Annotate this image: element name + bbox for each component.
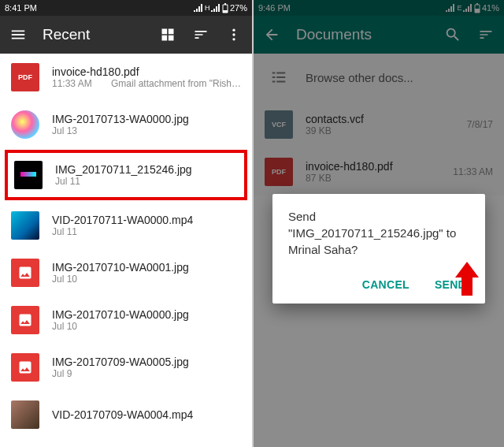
signal-icon <box>194 4 203 12</box>
status-bar: 8:41 PM H 27% <box>0 0 252 16</box>
network-type: H <box>205 4 209 12</box>
file-name: invoice-hd180.pdf <box>52 65 241 78</box>
svg-point-1 <box>232 33 235 35</box>
view-grid-icon[interactable] <box>159 26 176 43</box>
file-name: VID-20170711-WA0000.mp4 <box>52 214 241 226</box>
file-thumb <box>11 400 39 429</box>
file-item[interactable]: IMG-20170713-WA0000.jpgJul 13 <box>0 101 252 148</box>
send-dialog: Send "IMG_20170711_215246.jpg" to Mrinal… <box>272 194 485 304</box>
app-bar: Recent <box>0 16 252 54</box>
file-time: Jul 13 <box>52 125 77 136</box>
status-right: H 27% <box>194 3 247 13</box>
file-item[interactable]: IMG-20170710-WA0000.jpgJul 10 <box>0 296 252 344</box>
file-name: IMG-20170713-WA0000.jpg <box>52 113 241 125</box>
file-item[interactable]: VID-20170711-WA0000.mp4Jul 11 <box>0 202 252 249</box>
file-name: VID-20170709-WA0004.mp4 <box>52 408 241 421</box>
annotation-arrow <box>455 262 479 296</box>
battery-percent: 27% <box>230 3 247 13</box>
file-item[interactable]: PDFinvoice-hd180.pdf11:33 AMGmail attach… <box>0 54 252 101</box>
file-time: Jul 10 <box>52 274 77 285</box>
file-time: Jul 9 <box>52 368 72 379</box>
file-thumb <box>11 259 39 287</box>
menu-icon[interactable] <box>9 26 27 43</box>
file-time: Jul 10 <box>52 321 77 332</box>
file-name: IMG-20170710-WA0000.jpg <box>52 308 241 321</box>
file-list[interactable]: PDFinvoice-hd180.pdf11:33 AMGmail attach… <box>0 54 252 438</box>
page-title: Recent <box>43 26 143 43</box>
file-item[interactable]: IMG-20170709-WA0005.jpgJul 9 <box>0 344 252 391</box>
status-time: 8:41 PM <box>5 3 37 13</box>
file-name: IMG_20170711_215246.jpg <box>55 163 238 176</box>
file-thumb <box>14 161 43 189</box>
file-item[interactable]: VID-20170709-WA0004.mp4 <box>0 391 252 438</box>
svg-point-0 <box>232 29 235 32</box>
file-time: Jul 11 <box>55 176 80 187</box>
file-thumb <box>11 306 39 334</box>
file-source: Gmail attachment from "Rish… <box>100 78 241 89</box>
file-thumb <box>11 353 39 382</box>
file-thumb: PDF <box>11 63 39 91</box>
cancel-button[interactable]: CANCEL <box>359 272 413 297</box>
documents-screen: 9:46 PM E 41% Documents <box>252 0 504 447</box>
more-icon[interactable] <box>225 26 243 43</box>
wifi-icon <box>211 4 220 12</box>
file-thumb <box>11 211 39 240</box>
file-name: IMG-20170709-WA0005.jpg <box>52 356 241 368</box>
file-item[interactable]: IMG_20170711_215246.jpgJul 11 <box>8 153 244 197</box>
file-time: 11:33 AM <box>52 78 92 89</box>
dialog-message: Send "IMG_20170711_215246.jpg" to Mrinal… <box>288 208 469 258</box>
file-item[interactable]: IMG-20170710-WA0001.jpgJul 10 <box>0 249 252 296</box>
file-time: Jul 11 <box>52 226 77 237</box>
dialog-actions: CANCEL SEND <box>288 272 469 297</box>
svg-point-2 <box>232 38 235 40</box>
file-thumb <box>11 110 39 139</box>
file-name: IMG-20170710-WA0001.jpg <box>52 261 241 274</box>
sort-icon[interactable] <box>192 26 209 43</box>
battery-icon <box>222 3 228 13</box>
file-picker-screen: 8:41 PM H 27% Recent PDF <box>0 0 252 447</box>
